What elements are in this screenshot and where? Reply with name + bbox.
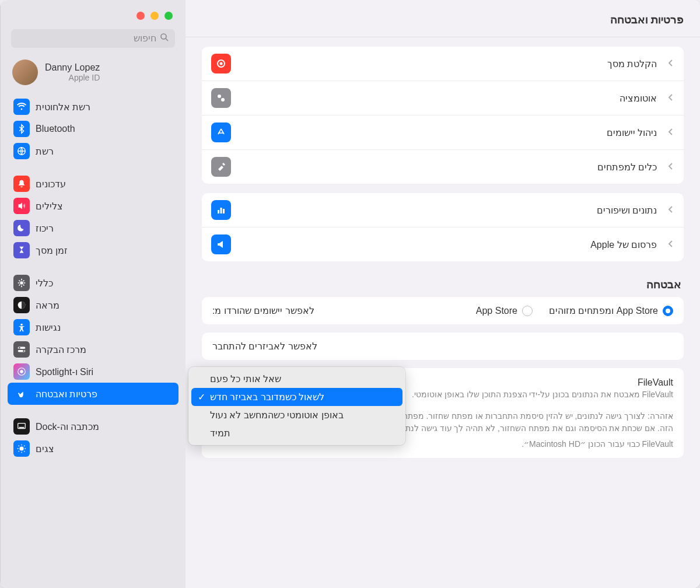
bluetooth-icon [13,121,30,137]
sidebar-item-label: Bluetooth [36,124,75,134]
maximize-icon[interactable] [164,12,173,20]
svg-point-2 [218,94,221,98]
sidebar-item[interactable]: רשת אלחוטית [8,96,178,118]
allow-apps-card: App Store ומפתחים מזוהים App Store לאפשר… [202,297,684,324]
sidebar-item[interactable]: נגישות [8,316,178,338]
sidebar-item-label: עדכונים [36,178,66,190]
dropdown-opt-ask-always[interactable]: שאל אותי כל פעם [191,370,402,388]
sidebar-item-label: כללי [36,278,53,289]
chart-icon [211,200,231,220]
search-icon [160,33,169,44]
minimize-icon[interactable] [150,12,159,20]
svg-rect-5 [220,208,222,214]
sidebar-item-label: צלילים [36,201,63,212]
svg-point-1 [220,62,223,65]
radio-appstore-identified[interactable]: App Store ומפתחים מזוהים [549,305,673,316]
svg-point-3 [221,98,225,102]
chevron-left-icon [664,58,674,69]
brightness-icon [13,440,30,457]
sidebar-item[interactable]: צלילים [8,195,178,217]
moon-icon [13,220,30,236]
sidebar-item-label: ריכוז [36,223,54,234]
svg-rect-19 [19,427,24,428]
privacy-list-a: הקלטת מסך אוטומציה ניהול יישומים כלים למ… [202,47,684,184]
chevron-left-icon [664,93,674,103]
account-item[interactable]: Danny Lopez Apple ID [1,56,186,96]
bell-icon [13,176,30,192]
account-sub: Apple ID [45,73,100,82]
siri-icon [13,363,30,380]
dropdown-opt-ask-new[interactable]: לשאול כשמדובר באביזר חדש✓ [191,388,402,406]
sidebar-item[interactable]: זמן מסך [8,239,178,261]
contrast-icon [13,297,30,313]
row-app-management[interactable]: ניהול יישומים [202,116,684,150]
sidebar-item-label: נגישות [36,322,61,333]
account-name: Danny Lopez [45,62,100,73]
avatar [12,60,38,85]
row-developer-tools[interactable]: כלים למפתחים [202,150,684,184]
appstore-icon [211,123,231,142]
switches-icon [13,341,30,358]
sidebar-item-label: מרכז הבקרה [36,344,86,355]
sidebar-item[interactable]: פרטיות ואבטחה [8,383,178,405]
row-apple-advertising[interactable]: פרסום של Apple [202,228,684,261]
dock-icon [13,418,30,435]
sidebar-item[interactable]: עדכונים [8,173,178,195]
sidebar-item-label: מראה [36,300,60,311]
privacy-list-b: נתונים ושיפורים פרסום של Apple [202,193,684,261]
sidebar-item-label: רשת אלחוטית [36,102,90,113]
speaker-icon [13,198,30,214]
sidebar-item[interactable]: ריכוז [8,217,178,239]
row-automation[interactable]: אוטומציה [202,81,684,116]
hourglass-icon [13,242,30,258]
chevron-left-icon [664,205,674,215]
checkmark-icon: ✓ [197,391,205,402]
radio-appstore-only[interactable]: App Store [476,306,533,316]
close-icon[interactable] [136,12,145,20]
sidebar-item[interactable]: רשת [8,140,178,162]
row-screen-recording[interactable]: הקלטת מסך [202,47,684,81]
sidebar-item-label: Siri ו-Spotlight [36,366,93,377]
dropdown-opt-auto-unlocked[interactable]: באופן אוטומטי כשהמחשב לא נעול [191,406,402,424]
allow-apps-radio-group: App Store ומפתחים מזוהים App Store [326,305,673,316]
sidebar-item[interactable]: Siri ו-Spotlight [8,360,178,383]
hand-icon [13,386,30,402]
svg-point-14 [19,347,20,349]
megaphone-icon [211,235,231,254]
sidebar-item[interactable]: צגים [8,438,178,460]
sidebar-item[interactable]: Bluetooth [8,118,178,140]
svg-point-17 [20,370,23,373]
svg-point-11 [20,324,23,326]
sidebar-item[interactable]: כללי [8,272,178,294]
chevron-left-icon [664,162,674,172]
search-field[interactable] [17,33,156,44]
sidebar-item-label: מכתבה וה-Dock [36,421,99,432]
chevron-left-icon [664,239,674,250]
sidebar-item[interactable]: מראה [8,294,178,316]
window-controls [1,0,186,29]
search-input[interactable] [11,29,175,48]
wifi-icon [13,99,30,115]
security-section-title: אבטחה [202,278,684,291]
page-title: פרטיות ואבטחה [186,0,700,37]
sidebar-item-label: פרטיות ואבטחה [36,388,97,400]
dropdown-opt-always[interactable]: תמיד [191,424,402,442]
svg-rect-4 [218,210,219,214]
radio-icon [663,306,673,316]
gears-icon [211,88,231,108]
sidebar-item-label: זמן מסך [36,245,68,256]
accessories-dropdown[interactable]: שאל אותי כל פעם לשאול כשמדובר באביזר חדש… [188,367,405,445]
accessories-card: לאפשר לאביזרים להתחבר [202,332,684,360]
chevron-left-icon [664,127,674,138]
globe-icon [13,143,30,159]
sidebar-item[interactable]: מרכז הבקרה [8,338,178,360]
gear-icon [13,275,30,291]
accessibility-icon [13,319,30,335]
allow-apps-label: לאפשר יישומים שהורדו מ: [212,305,314,316]
svg-point-15 [23,350,24,352]
sidebar-item-label: רשת [36,146,54,157]
sidebar-item[interactable]: מכתבה וה-Dock [8,415,178,438]
radio-icon [522,306,533,316]
row-analytics[interactable]: נתונים ושיפורים [202,193,684,228]
svg-point-7 [161,34,166,39]
